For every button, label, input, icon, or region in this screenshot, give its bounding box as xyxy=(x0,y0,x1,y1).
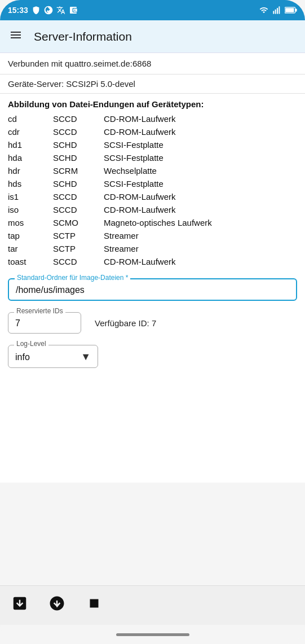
table-row: is1 SCCD CD-ROM-Laufwerk xyxy=(8,190,297,203)
type-cell: SCTP xyxy=(53,244,104,253)
content-area: Verbunden mit quattro.seimet.de:6868 Ger… xyxy=(0,53,305,483)
hamburger-icon[interactable] xyxy=(9,28,23,45)
type-cell: SCHD xyxy=(53,153,104,163)
table-row: hda SCHD SCSI-Festplatte xyxy=(8,151,297,164)
desc-cell: CD-ROM-Laufwerk xyxy=(104,114,297,124)
ext-cell: hds xyxy=(8,179,53,189)
home-bar xyxy=(116,633,189,636)
image-folder-field-container: Standard-Ordner für Image-Dateien * xyxy=(8,278,297,301)
ext-cell: hdr xyxy=(8,166,53,176)
log-level-value: info xyxy=(15,352,30,362)
ext-cell: toast xyxy=(8,257,53,266)
shield-icon xyxy=(32,6,41,15)
ext-cell: tap xyxy=(8,231,53,240)
vpn-icon xyxy=(44,6,53,15)
svg-rect-6 xyxy=(295,8,297,11)
image-folder-label: Standard-Ordner für Image-Dateien * xyxy=(15,274,130,282)
type-cell: SCCD xyxy=(53,192,104,201)
desc-cell: SCSI-Festplatte xyxy=(104,179,297,189)
extension-section-title: Abbildung von Datei-Endungen auf Gerätet… xyxy=(0,94,305,112)
table-row: tap SCTP Streamer xyxy=(8,229,297,242)
desc-cell: SCSI-Festplatte xyxy=(104,153,297,163)
image-folder-section: Standard-Ordner für Image-Dateien * xyxy=(0,268,305,306)
log-level-label: Log-Level xyxy=(14,340,48,348)
reserved-ids-field-container: Reservierte IDs xyxy=(8,312,81,334)
ext-cell: tar xyxy=(8,244,53,253)
svg-rect-3 xyxy=(279,6,280,14)
table-row: toast SCCD CD-ROM-Laufwerk xyxy=(8,255,297,268)
ext-cell: hd1 xyxy=(8,140,53,150)
save-to-device-icon[interactable] xyxy=(11,595,28,616)
reserved-ids-section: Reservierte IDs Verfügbare ID: 7 xyxy=(0,306,305,339)
type-cell: SCHD xyxy=(53,140,104,150)
download-circle-icon[interactable] xyxy=(48,595,65,616)
available-id-text: Verfügbare ID: 7 xyxy=(95,318,156,328)
translate-icon xyxy=(56,6,65,15)
signal-icon xyxy=(272,6,281,15)
wallet-icon xyxy=(69,6,78,15)
svg-rect-1 xyxy=(275,10,276,14)
table-row: cd SCCD CD-ROM-Laufwerk xyxy=(8,112,297,125)
table-row: tar SCTP Streamer xyxy=(8,242,297,255)
type-cell: SCMO xyxy=(53,218,104,227)
reserved-ids-label: Reservierte IDs xyxy=(14,307,65,315)
stop-icon[interactable] xyxy=(86,595,103,616)
app-bar: Server-Information xyxy=(0,20,305,53)
desc-cell: CD-ROM-Laufwerk xyxy=(104,205,297,214)
wifi-icon xyxy=(259,6,269,15)
desc-cell: Streamer xyxy=(104,244,297,253)
ext-cell: iso xyxy=(8,205,53,214)
type-cell: SCRM xyxy=(53,166,104,176)
ext-cell: mos xyxy=(8,218,53,227)
type-cell: SCCD xyxy=(53,127,104,137)
chevron-down-icon: ▼ xyxy=(81,351,91,363)
status-time: 15:33 xyxy=(8,6,28,15)
svg-rect-2 xyxy=(277,8,278,14)
type-cell: SCCD xyxy=(53,205,104,214)
desc-cell: CD-ROM-Laufwerk xyxy=(104,192,297,201)
desc-cell: SCSI-Festplatte xyxy=(104,140,297,150)
table-row: cdr SCCD CD-ROM-Laufwerk xyxy=(8,125,297,138)
svg-rect-5 xyxy=(285,8,294,12)
ext-cell: hda xyxy=(8,153,53,163)
desc-cell: Magneto-optisches Laufwerk xyxy=(104,218,297,227)
ext-cell: is1 xyxy=(8,192,53,201)
connection-info: Verbunden mit quattro.seimet.de:6868 xyxy=(0,53,305,75)
empty-space xyxy=(0,483,305,586)
table-row: iso SCCD CD-ROM-Laufwerk xyxy=(8,203,297,216)
type-cell: SCCD xyxy=(53,114,104,124)
ext-cell: cd xyxy=(8,114,53,124)
type-cell: SCTP xyxy=(53,231,104,240)
type-cell: SCCD xyxy=(53,257,104,266)
log-level-section: Log-Level info ▼ xyxy=(0,339,305,379)
home-indicator xyxy=(0,625,305,644)
type-cell: SCHD xyxy=(53,179,104,189)
mapping-table: cd SCCD CD-ROM-Laufwerk cdr SCCD CD-ROM-… xyxy=(0,112,305,268)
table-row: mos SCMO Magneto-optisches Laufwerk xyxy=(8,216,297,229)
desc-cell: CD-ROM-Laufwerk xyxy=(104,257,297,266)
table-row: hds SCHD SCSI-Festplatte xyxy=(8,177,297,190)
desc-cell: Streamer xyxy=(104,231,297,240)
log-level-select[interactable]: Log-Level info ▼ xyxy=(8,345,98,368)
table-row: hd1 SCHD SCSI-Festplatte xyxy=(8,138,297,151)
device-server: Geräte-Server: SCSI2Pi 5.0-devel xyxy=(0,75,305,94)
status-bar: 15:33 xyxy=(0,0,305,20)
ext-cell: cdr xyxy=(8,127,53,137)
battery-icon xyxy=(285,6,297,14)
table-row: hdr SCRM Wechselplatte xyxy=(8,164,297,177)
status-left: 15:33 xyxy=(8,6,78,15)
image-folder-input[interactable] xyxy=(16,285,289,295)
desc-cell: CD-ROM-Laufwerk xyxy=(104,127,297,137)
desc-cell: Wechselplatte xyxy=(104,166,297,176)
status-right xyxy=(259,6,297,15)
svg-rect-0 xyxy=(273,11,274,14)
page-title: Server-Information xyxy=(34,30,132,43)
bottom-toolbar xyxy=(0,585,305,625)
reserved-ids-input[interactable] xyxy=(15,318,74,328)
